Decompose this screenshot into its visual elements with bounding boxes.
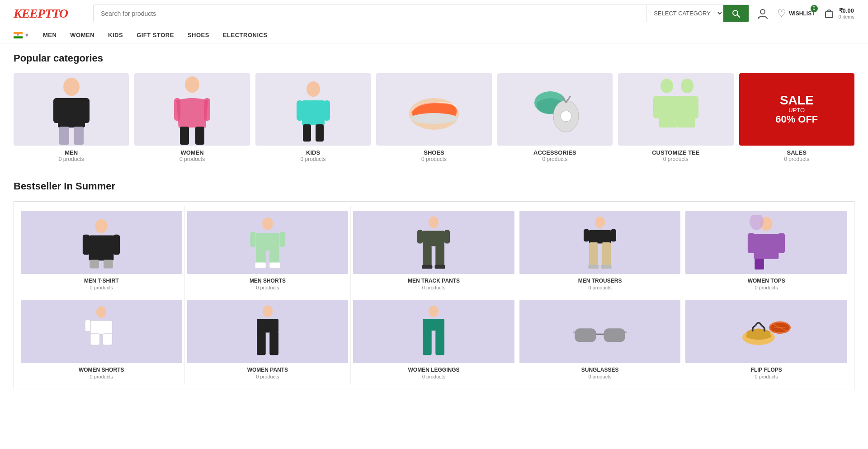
category-shoes[interactable]: SHOES 0 products	[376, 73, 491, 162]
sunglasses-figure	[573, 309, 627, 354]
product-women-leggings-count: 0 products	[353, 374, 514, 379]
svg-rect-52	[269, 263, 280, 268]
nav-gift-store[interactable]: GIFT STORE	[137, 32, 174, 38]
svg-rect-46	[256, 233, 279, 250]
svg-point-29	[561, 111, 571, 122]
svg-rect-9	[58, 98, 85, 128]
product-women-tops[interactable]: WOMEN TOPS 0 products	[683, 206, 849, 295]
wishlist-label: WISHLIST	[789, 10, 815, 17]
svg-rect-51	[255, 263, 265, 268]
product-women-pants-count: 0 products	[187, 374, 349, 379]
nav-men[interactable]: MEN	[43, 32, 57, 38]
svg-rect-62	[589, 230, 611, 244]
category-women-img	[134, 73, 250, 146]
search-button[interactable]	[723, 5, 749, 22]
cart-price: ₹0.00	[839, 7, 854, 14]
sale-text: SALE UPTO 60% OFF	[775, 94, 818, 125]
svg-point-61	[595, 217, 605, 228]
nav-women[interactable]: WOMEN	[70, 32, 94, 38]
svg-rect-10	[53, 98, 61, 123]
category-kids[interactable]: KIDS 0 products	[255, 73, 371, 162]
svg-rect-20	[302, 100, 325, 125]
svg-rect-77	[90, 333, 100, 345]
cat-shoes-label: SHOES	[376, 149, 491, 156]
category-select[interactable]: SELECT CATEGORYMENWOMENKIDSSHOESACCESSOR…	[646, 5, 723, 22]
svg-point-19	[307, 81, 320, 97]
nav-shoes[interactable]: SHOES	[188, 32, 209, 38]
category-customize-tee[interactable]: CUSTOMIZE TEE 0 products	[618, 73, 733, 162]
product-flip-flops[interactable]: FLIP FLOPS 0 products	[683, 295, 849, 384]
flag-selector[interactable]: ▼	[14, 32, 29, 38]
product-women-tops-count: 0 products	[685, 285, 847, 290]
wishlist-wrapper: ♡ 0 WISHLIST	[777, 8, 815, 19]
svg-rect-21	[297, 100, 303, 121]
svg-rect-16	[204, 98, 210, 121]
svg-rect-60	[435, 265, 445, 269]
nav-electronics[interactable]: ELECTRONICS	[223, 32, 268, 38]
women-shorts-figure	[74, 304, 128, 359]
cat-shoes-count: 0 products	[376, 156, 491, 162]
wishlist-button[interactable]: ♡ 0 WISHLIST	[777, 8, 815, 19]
svg-point-26	[410, 113, 458, 124]
svg-line-1	[737, 15, 740, 17]
cat-accessories-count: 0 products	[497, 156, 613, 162]
svg-rect-22	[324, 100, 330, 121]
category-women[interactable]: WOMEN 0 products	[134, 73, 250, 162]
product-men-tshirt-count: 0 products	[21, 285, 182, 290]
product-women-pants[interactable]: WOMEN PANTS 0 products	[185, 295, 351, 384]
product-women-shorts-count: 0 products	[21, 374, 182, 379]
category-sales[interactable]: SALE UPTO 60% OFF SALES 0 products	[739, 73, 854, 162]
product-men-tshirt[interactable]: MEN T-SHIRT 0 products	[19, 206, 185, 295]
svg-rect-58	[436, 246, 445, 267]
product-women-pants-name: WOMEN PANTS	[187, 367, 349, 373]
svg-rect-43	[90, 260, 99, 269]
svg-rect-56	[444, 230, 450, 244]
svg-rect-74	[755, 259, 764, 269]
svg-rect-71	[754, 234, 779, 259]
logo[interactable]: KEEPTTO	[14, 6, 86, 21]
accessories-figure	[525, 73, 584, 146]
svg-point-75	[96, 306, 106, 318]
svg-rect-37	[674, 96, 681, 118]
svg-rect-47	[250, 232, 255, 247]
svg-point-8	[63, 78, 80, 96]
product-sunglasses[interactable]: SUNGLASSES 0 products	[517, 295, 684, 384]
product-men-trousers[interactable]: MEN TROUSERS 0 products	[517, 206, 684, 295]
cart-button[interactable]: ₹0.00 0 items	[823, 7, 854, 19]
product-men-track-pants-name: MEN TRACK PANTS	[353, 278, 514, 284]
men-tshirt-figure	[74, 215, 128, 269]
product-women-shorts[interactable]: WOMEN SHORTS 0 products	[19, 295, 185, 384]
flag-icon	[14, 32, 23, 38]
product-flip-flops-count: 0 products	[685, 374, 847, 379]
cart-items: 0 items	[839, 14, 854, 19]
svg-rect-85	[423, 319, 444, 331]
product-men-trousers-img	[519, 211, 681, 274]
category-men[interactable]: MEN 0 products	[14, 73, 129, 162]
cat-women-label: WOMEN	[134, 149, 250, 156]
user-icon	[756, 7, 769, 20]
product-men-shorts[interactable]: MEN SHORTS 0 products	[185, 206, 351, 295]
nav: ▼ MEN WOMEN KIDS GIFT STORE SHOES ELECTR…	[0, 27, 868, 43]
svg-rect-63	[584, 229, 589, 241]
product-women-leggings[interactable]: WOMEN LEGGINGS 0 products	[351, 295, 517, 384]
search-input[interactable]	[94, 5, 646, 22]
category-accessories[interactable]: ACCESSORIES 0 products	[497, 73, 613, 162]
nav-kids[interactable]: KIDS	[108, 32, 123, 38]
svg-rect-41	[83, 235, 90, 255]
header: KEEPTTO SELECT CATEGORYMENWOMENKIDSSHOES…	[0, 0, 868, 27]
svg-rect-18	[195, 127, 204, 145]
svg-rect-11	[81, 98, 90, 123]
flag-label: ▼	[24, 33, 29, 38]
product-men-shorts-name: MEN SHORTS	[187, 278, 349, 284]
user-button[interactable]	[756, 7, 769, 20]
wishlist-badge: 0	[811, 5, 818, 12]
product-men-tshirt-img	[21, 211, 182, 274]
svg-rect-15	[174, 98, 180, 121]
product-women-shorts-img	[21, 300, 182, 363]
svg-point-53	[429, 217, 439, 228]
product-men-track-pants[interactable]: MEN TRACK PANTS 0 products	[351, 206, 517, 295]
svg-point-80	[263, 306, 273, 317]
svg-rect-81	[257, 319, 278, 333]
product-men-trousers-count: 0 products	[519, 285, 681, 290]
svg-rect-68	[601, 265, 612, 269]
